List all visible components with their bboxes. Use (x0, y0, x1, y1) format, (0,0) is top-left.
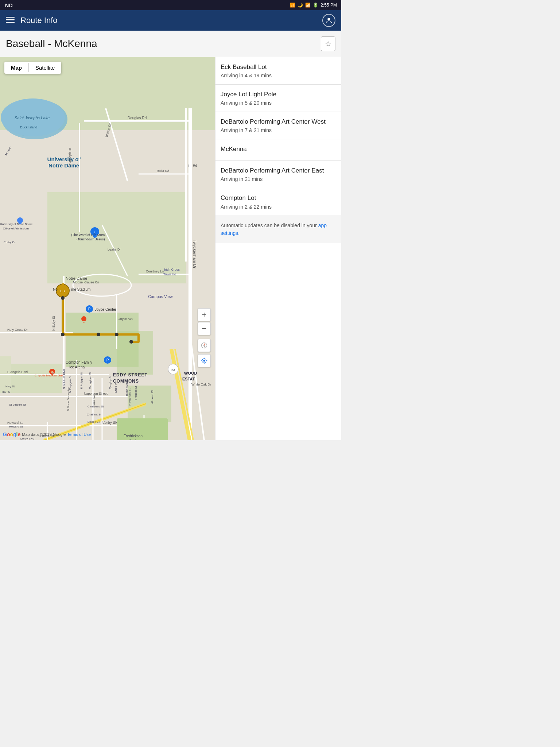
svg-text:N Eddy St: N Eddy St (52, 316, 55, 331)
zoom-controls: + − (198, 308, 211, 367)
map-attribution: Google Map data ©2019 Google Terms of Us… (3, 431, 91, 437)
svg-text:No: No (53, 287, 58, 291)
svg-marker-136 (203, 343, 205, 345)
stop-item-0[interactable]: Eck Baseball Lot Arriving in 4 & 19 mins (215, 57, 341, 85)
app-bar: Route Info (0, 10, 341, 31)
bluetooth-icon: 📶 (290, 3, 295, 8)
map-view-button[interactable]: Map (4, 62, 28, 74)
svg-text:WOOD: WOOD (184, 371, 197, 375)
svg-text:Holy Cross Dr: Holy Cross Dr (7, 328, 28, 332)
svg-text:N St Louis Blvd: N St Louis Blvd (62, 369, 66, 389)
stops-panel: Eck Baseball Lot Arriving in 4 & 19 mins… (215, 57, 341, 440)
route-title: Baseball - McKenna (6, 38, 97, 50)
battery-icon: 🔋 (313, 3, 318, 8)
svg-text:HGTS: HGTS (2, 390, 10, 394)
stop-time-0: Arriving in 4 & 19 mins (221, 73, 336, 78)
app-bar-left: Route Info (6, 15, 58, 26)
svg-text:Corby Blvd: Corby Blvd (20, 437, 34, 440)
map-area: Saint Josephs Lake Duck Island Universit… (0, 57, 215, 440)
svg-point-103 (115, 333, 118, 336)
svg-text:University of Notre Dame: University of Notre Dame (0, 222, 33, 226)
main-content: Saint Josephs Lake Duck Island Universit… (0, 57, 341, 440)
svg-text:Saint Josephs Lake: Saint Josephs Lake (15, 116, 50, 120)
svg-text:Chalfant St: Chalfant St (87, 413, 101, 416)
stop-time-4: Arriving in 21 mins (221, 176, 336, 182)
svg-text:Town Ho: Town Ho (163, 272, 176, 276)
svg-text:Napoleon Street: Napoleon Street (84, 392, 108, 395)
location-button[interactable] (198, 354, 211, 367)
svg-text:Irish Cross: Irish Cross (164, 268, 180, 271)
terms-of-use-link[interactable]: Terms of Use (67, 432, 91, 437)
svg-text:Notre Dame: Notre Dame (48, 162, 79, 169)
svg-text:(The Word of Life Mural: (The Word of Life Mural (71, 233, 105, 237)
status-bar: ND 📶 🌙 📶 🔋 2:55 PM (0, 0, 341, 10)
auto-update-notice: Automatic updates can be disabled in you… (215, 216, 341, 243)
map-svg: Saint Josephs Lake Duck Island Universit… (0, 57, 215, 440)
svg-text:Campeau St: Campeau St (88, 405, 104, 408)
svg-point-138 (203, 360, 205, 362)
svg-text:N Polygon St: N Polygon St (69, 376, 72, 393)
nd-logo-icon: ND (4, 1, 12, 9)
zoom-in-button[interactable]: + (198, 308, 211, 321)
svg-point-4 (327, 18, 330, 20)
svg-text:Frances St: Frances St (134, 386, 137, 400)
stop-item-5[interactable]: Compton Lot Arriving in 2 & 22 mins (215, 188, 341, 216)
svg-text:Howard St: Howard St (9, 425, 23, 428)
stop-name-2: DeBartolo Performing Art Center West (221, 118, 336, 126)
compass-button[interactable] (198, 339, 211, 352)
svg-text:ND: ND (5, 3, 12, 8)
zoom-out-button[interactable]: − (198, 322, 211, 335)
stop-item-2[interactable]: DeBartolo Performing Art Center West Arr… (215, 112, 341, 139)
stop-name-1: Joyce Lot Light Pole (221, 90, 336, 98)
svg-text:Georgiana St: Georgiana St (89, 372, 92, 389)
stop-time-2: Arriving in 7 & 21 mins (221, 127, 336, 133)
svg-text:N Frances St: N Frances St (128, 388, 131, 406)
svg-text:P: P (106, 358, 109, 362)
svg-text:St Vincent St: St Vincent St (9, 403, 26, 406)
svg-text:Douglas Rd: Douglas Rd (128, 116, 147, 120)
route-title-bar: Baseball - McKenna ☆ (0, 31, 341, 57)
satellite-view-button[interactable]: Satellite (29, 62, 61, 74)
stop-item-1[interactable]: Joyce Lot Light Pole Arriving in 5 & 20 … (215, 85, 341, 112)
app-title: Route Info (20, 16, 58, 25)
svg-text:Notre Dame: Notre Dame (66, 276, 87, 280)
svg-text:St Joseph Dr: St Joseph Dr (68, 148, 72, 167)
svg-text:Howard St: Howard St (7, 421, 23, 425)
time-display: 2:55 PM (320, 3, 337, 8)
svg-text:EDDY STREET: EDDY STREET (113, 372, 148, 378)
svg-text:Leahy Dr: Leahy Dr (108, 248, 121, 251)
stop-item-3[interactable]: McKenna (215, 139, 341, 161)
svg-text:Campus View: Campus View (148, 294, 173, 299)
svg-point-102 (97, 333, 100, 336)
svg-text:E Polygon St: E Polygon St (80, 372, 83, 389)
svg-text:Moose Krause Cir: Moose Krause Cir (73, 280, 99, 284)
svg-text:P: P (88, 307, 91, 311)
svg-text:Courtney Ln: Courtney Ln (146, 270, 164, 273)
wifi-icon: 📶 (305, 3, 311, 8)
google-logo: Google (3, 431, 20, 437)
auto-update-text: Automatic updates can be disabled in you… (221, 222, 318, 228)
profile-button[interactable] (322, 14, 335, 27)
svg-text:🌯: 🌯 (51, 371, 54, 374)
svg-text:Joyce Ave: Joyce Ave (118, 317, 133, 321)
svg-text:White Oak Dr: White Oak Dr (191, 383, 211, 386)
stop-item-4[interactable]: DeBartolo Performing Art Center East Arr… (215, 161, 341, 188)
svg-text:Quigley St: Quigley St (109, 375, 112, 389)
svg-text:23: 23 (171, 368, 175, 372)
stop-time-5: Arriving in 2 & 22 mins (221, 204, 336, 210)
svg-text:Chipotle Mexican Grill: Chipotle Mexican Grill (35, 374, 63, 377)
svg-point-100 (61, 296, 65, 300)
svg-text:E Angela Blvd: E Angela Blvd (7, 370, 28, 374)
svg-text:Fredrickson: Fredrickson (124, 434, 143, 438)
menu-button[interactable] (6, 15, 15, 26)
stop-time-1: Arriving in 5 & 20 mins (221, 100, 336, 106)
svg-text:Compton Family: Compton Family (66, 360, 92, 364)
stop-name-0: Eck Baseball Lot (221, 63, 336, 71)
svg-text:Duck Island: Duck Island (20, 125, 37, 129)
svg-point-101 (61, 333, 65, 336)
svg-text:Dues Pl: Dues Pl (114, 383, 117, 393)
favorite-button[interactable]: ☆ (321, 36, 335, 51)
moon-icon: 🌙 (298, 3, 303, 8)
svg-point-104 (129, 340, 133, 344)
status-left: ND (4, 1, 12, 9)
